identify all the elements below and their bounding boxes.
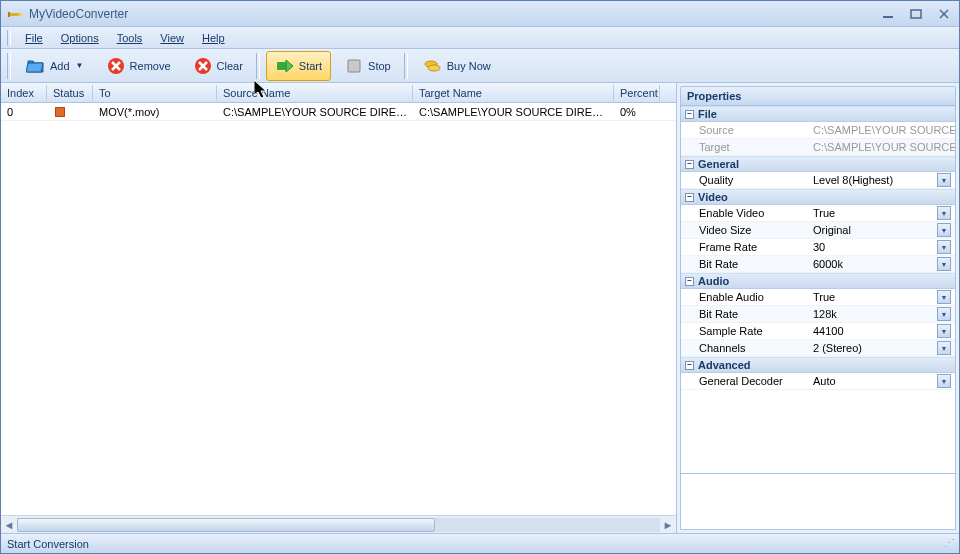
col-header-to[interactable]: To: [93, 85, 217, 101]
svg-point-17: [428, 65, 440, 71]
prop-sample-rate-value[interactable]: 44100▼: [809, 324, 955, 338]
collapse-icon[interactable]: −: [685, 361, 694, 370]
col-header-source[interactable]: Source Name: [217, 85, 413, 101]
chevron-down-icon[interactable]: ▼: [937, 290, 951, 304]
stop-button[interactable]: Stop: [335, 51, 400, 81]
menu-view[interactable]: View: [152, 30, 192, 46]
stop-label: Stop: [368, 60, 391, 72]
grid-row[interactable]: 0 MOV(*.mov) C:\SAMPLE\YOUR SOURCE DIREC…: [1, 103, 676, 121]
collapse-icon[interactable]: −: [685, 160, 694, 169]
properties-panel: Properties −File SourceC:\SAMPLE\YOUR SO…: [677, 83, 959, 533]
menubar-grip: [7, 30, 11, 46]
chevron-down-icon[interactable]: ▼: [937, 206, 951, 220]
clear-label: Clear: [217, 60, 243, 72]
horizontal-scrollbar[interactable]: ◄ ►: [1, 515, 676, 533]
scroll-thumb[interactable]: [17, 518, 435, 532]
prop-video-bitrate-value[interactable]: 6000k▼: [809, 257, 955, 271]
prop-video-size-value[interactable]: Original▼: [809, 223, 955, 237]
svg-rect-4: [911, 10, 921, 18]
menu-options[interactable]: Options: [53, 30, 107, 46]
resize-grip-icon[interactable]: ⋰: [944, 537, 953, 550]
menu-tools[interactable]: Tools: [109, 30, 151, 46]
cell-index: 0: [1, 105, 47, 119]
prop-source-value: C:\SAMPLE\YOUR SOURCE: [809, 124, 955, 136]
status-text: Start Conversion: [7, 538, 89, 550]
prop-target-value: C:\SAMPLE\YOUR SOURCE: [809, 141, 955, 153]
section-file[interactable]: −File: [681, 106, 955, 122]
prop-enable-video-value[interactable]: True▼: [809, 206, 955, 220]
prop-video-size-label: Video Size: [681, 224, 809, 236]
svg-rect-15: [348, 60, 360, 72]
coins-icon: [423, 56, 443, 76]
add-label: Add: [50, 60, 70, 72]
collapse-icon[interactable]: −: [685, 277, 694, 286]
maximize-button[interactable]: [907, 7, 925, 21]
clear-button[interactable]: Clear: [184, 51, 252, 81]
col-header-index[interactable]: Index: [1, 85, 47, 101]
properties-body: −File SourceC:\SAMPLE\YOUR SOURCE Target…: [680, 105, 956, 474]
titlebar: MyVideoConverter: [1, 1, 959, 27]
chevron-down-icon[interactable]: ▼: [937, 307, 951, 321]
section-general[interactable]: −General: [681, 156, 955, 172]
app-icon: [7, 6, 23, 22]
remove-button[interactable]: Remove: [97, 51, 180, 81]
collapse-icon[interactable]: −: [685, 110, 694, 119]
chevron-down-icon: ▼: [76, 61, 84, 70]
prop-audio-bitrate-value[interactable]: 128k▼: [809, 307, 955, 321]
collapse-icon[interactable]: −: [685, 193, 694, 202]
chevron-down-icon[interactable]: ▼: [937, 240, 951, 254]
scroll-right-arrow[interactable]: ►: [660, 517, 676, 533]
buy-button[interactable]: Buy Now: [414, 51, 500, 81]
menubar: File Options Tools View Help: [1, 27, 959, 49]
section-advanced[interactable]: −Advanced: [681, 357, 955, 373]
chevron-down-icon[interactable]: ▼: [937, 374, 951, 388]
menu-file[interactable]: File: [17, 30, 51, 46]
chevron-down-icon[interactable]: ▼: [937, 341, 951, 355]
toolbar-sep: [256, 53, 260, 79]
toolbar-grip: [7, 53, 11, 79]
start-label: Start: [299, 60, 322, 72]
prop-channels-value[interactable]: 2 (Stereo)▼: [809, 341, 955, 355]
statusbar: Start Conversion ⋰: [1, 533, 959, 553]
svg-rect-3: [883, 16, 893, 18]
prop-decoder-value[interactable]: Auto▼: [809, 374, 955, 388]
x-red-icon: [106, 56, 126, 76]
toolbar: Add ▼ Remove Clear Start Stop Buy Now: [1, 49, 959, 83]
minimize-button[interactable]: [879, 7, 897, 21]
folder-add-icon: [26, 56, 46, 76]
stop-icon: [344, 56, 364, 76]
x-red-icon: [193, 56, 213, 76]
prop-audio-bitrate-label: Bit Rate: [681, 308, 809, 320]
window-title: MyVideoConverter: [29, 7, 879, 21]
chevron-down-icon[interactable]: ▼: [937, 324, 951, 338]
add-button[interactable]: Add ▼: [17, 51, 93, 81]
prop-enable-video-label: Enable Video: [681, 207, 809, 219]
prop-quality-label: Quality: [681, 174, 809, 186]
col-header-status[interactable]: Status: [47, 85, 93, 101]
chevron-down-icon[interactable]: ▼: [937, 257, 951, 271]
chevron-down-icon[interactable]: ▼: [937, 173, 951, 187]
svg-marker-1: [19, 12, 23, 17]
prop-enable-audio-label: Enable Audio: [681, 291, 809, 303]
col-header-percent[interactable]: Percent: [614, 85, 660, 101]
start-button[interactable]: Start: [266, 51, 331, 81]
cell-status: [47, 106, 93, 118]
prop-frame-rate-value[interactable]: 30▼: [809, 240, 955, 254]
section-audio[interactable]: −Audio: [681, 273, 955, 289]
menu-help[interactable]: Help: [194, 30, 233, 46]
scroll-track[interactable]: [17, 518, 660, 532]
play-green-icon: [275, 56, 295, 76]
grid-area: Index Status To Source Name Target Name …: [1, 83, 677, 533]
chevron-down-icon[interactable]: ▼: [937, 223, 951, 237]
prop-video-bitrate-label: Bit Rate: [681, 258, 809, 270]
col-header-target[interactable]: Target Name: [413, 85, 614, 101]
close-button[interactable]: [935, 7, 953, 21]
prop-enable-audio-value[interactable]: True▼: [809, 290, 955, 304]
scroll-left-arrow[interactable]: ◄: [1, 517, 17, 533]
properties-description: [680, 474, 956, 530]
prop-quality-value[interactable]: Level 8(Highest)▼: [809, 173, 955, 187]
prop-target-label: Target: [681, 141, 809, 153]
grid-body[interactable]: 0 MOV(*.mov) C:\SAMPLE\YOUR SOURCE DIREC…: [1, 103, 676, 515]
prop-channels-label: Channels: [681, 342, 809, 354]
section-video[interactable]: −Video: [681, 189, 955, 205]
